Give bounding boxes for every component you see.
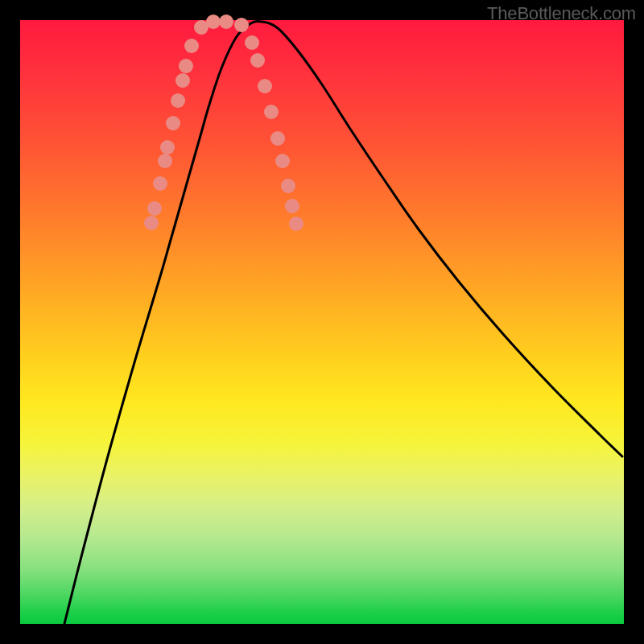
data-point [206,14,221,29]
data-point [184,39,199,53]
marker-layer [144,14,303,231]
data-point [166,116,180,130]
data-point [250,53,265,68]
data-point [171,93,185,108]
data-point [160,140,175,155]
data-point [179,59,193,73]
data-point [275,154,290,168]
curve-layer [64,22,622,624]
data-point [258,79,272,93]
data-point [153,176,167,191]
data-point [158,154,172,168]
data-point [144,216,159,230]
outer-frame: TheBottleneck.com [0,0,644,644]
data-point [219,14,233,29]
data-point [285,199,299,213]
data-point [147,201,162,216]
data-point [289,217,303,231]
data-point [245,35,259,50]
plot-area [20,20,624,624]
data-point [264,105,279,119]
data-point [270,131,285,146]
bottleneck-curve-path [64,22,622,624]
watermark-text: TheBottleneck.com [487,3,636,24]
chart-svg [20,20,624,624]
data-point [234,18,249,32]
data-point [175,73,190,88]
data-point [281,179,295,193]
